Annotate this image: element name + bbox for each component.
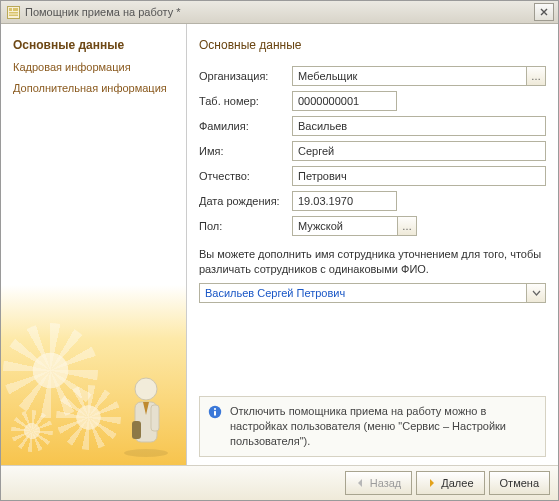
arrow-left-icon [356, 478, 366, 488]
row-tab-number: Таб. номер: [199, 91, 546, 111]
gender-input[interactable] [292, 216, 397, 236]
svg-rect-8 [132, 421, 141, 439]
last-name-input[interactable] [292, 116, 546, 136]
svg-point-5 [124, 449, 168, 457]
organization-lookup-button[interactable]: … [526, 66, 546, 86]
cancel-button-label: Отмена [500, 477, 539, 489]
first-name-input[interactable] [292, 141, 546, 161]
patronymic-input[interactable] [292, 166, 546, 186]
organization-input[interactable] [292, 66, 526, 86]
svg-rect-2 [13, 8, 18, 11]
main-panel: Основные данные Организация: … Таб. номе… [187, 24, 558, 465]
svg-rect-12 [214, 411, 216, 416]
full-name-select [199, 283, 546, 303]
full-name-dropdown-button[interactable] [526, 283, 546, 303]
info-icon [208, 405, 222, 419]
back-button[interactable]: Назад [345, 471, 413, 495]
label-tab-number: Таб. номер: [199, 95, 292, 107]
info-box: Отключить помощника приема на работу мож… [199, 396, 546, 457]
label-patronymic: Отчество: [199, 170, 292, 182]
sidebar-nav: Основные данные Кадровая информация Допо… [1, 24, 186, 94]
back-button-label: Назад [370, 477, 402, 489]
sidebar-item-label: Дополнительная информация [13, 82, 167, 94]
full-name-input[interactable] [199, 283, 526, 303]
row-last-name: Фамилия: [199, 116, 546, 136]
next-button[interactable]: Далее [416, 471, 484, 495]
body: Основные данные Кадровая информация Допо… [1, 24, 558, 465]
tab-number-input[interactable] [292, 91, 397, 111]
sidebar-item-additional-info[interactable]: Дополнительная информация [13, 82, 174, 94]
arrow-right-icon [427, 478, 437, 488]
birth-date-input[interactable] [292, 191, 397, 211]
next-button-label: Далее [441, 477, 473, 489]
hint-text: Вы можете дополнить имя сотрудника уточн… [199, 247, 546, 277]
sidebar: Основные данные Кадровая информация Допо… [1, 24, 187, 465]
svg-point-11 [214, 408, 216, 410]
row-birth-date: Дата рождения: [199, 191, 546, 211]
window-title: Помощник приема на работу * [25, 6, 529, 18]
label-last-name: Фамилия: [199, 120, 292, 132]
label-first-name: Имя: [199, 145, 292, 157]
label-birth-date: Дата рождения: [199, 195, 292, 207]
cancel-button[interactable]: Отмена [489, 471, 550, 495]
svg-rect-3 [9, 12, 18, 14]
chevron-down-icon [532, 290, 541, 296]
label-organization: Организация: [199, 70, 292, 82]
close-button[interactable] [534, 3, 554, 21]
gender-lookup-button[interactable]: … [397, 216, 417, 236]
row-patronymic: Отчество: [199, 166, 546, 186]
wizard-window: Помощник приема на работу * Основные дан… [0, 0, 559, 501]
svg-rect-1 [9, 8, 12, 11]
row-organization: Организация: … [199, 66, 546, 86]
titlebar: Помощник приема на работу * [1, 1, 558, 24]
label-gender: Пол: [199, 220, 292, 232]
sidebar-item-hr-info[interactable]: Кадровая информация [13, 61, 174, 73]
svg-rect-4 [9, 14, 18, 16]
svg-rect-9 [151, 405, 159, 431]
app-icon [7, 6, 20, 19]
close-icon [540, 8, 548, 16]
row-gender: Пол: … [199, 216, 546, 236]
row-first-name: Имя: [199, 141, 546, 161]
info-text: Отключить помощника приема на работу мож… [230, 404, 537, 449]
sidebar-illustration [1, 285, 186, 465]
ellipsis-icon: … [531, 71, 541, 82]
sidebar-item-basic-data[interactable]: Основные данные [13, 38, 174, 52]
ellipsis-icon: … [402, 221, 412, 232]
svg-point-7 [135, 378, 157, 400]
sidebar-item-label: Кадровая информация [13, 61, 131, 73]
section-title: Основные данные [199, 38, 546, 52]
sidebar-item-label: Основные данные [13, 38, 124, 52]
footer: Назад Далее Отмена [1, 465, 558, 500]
